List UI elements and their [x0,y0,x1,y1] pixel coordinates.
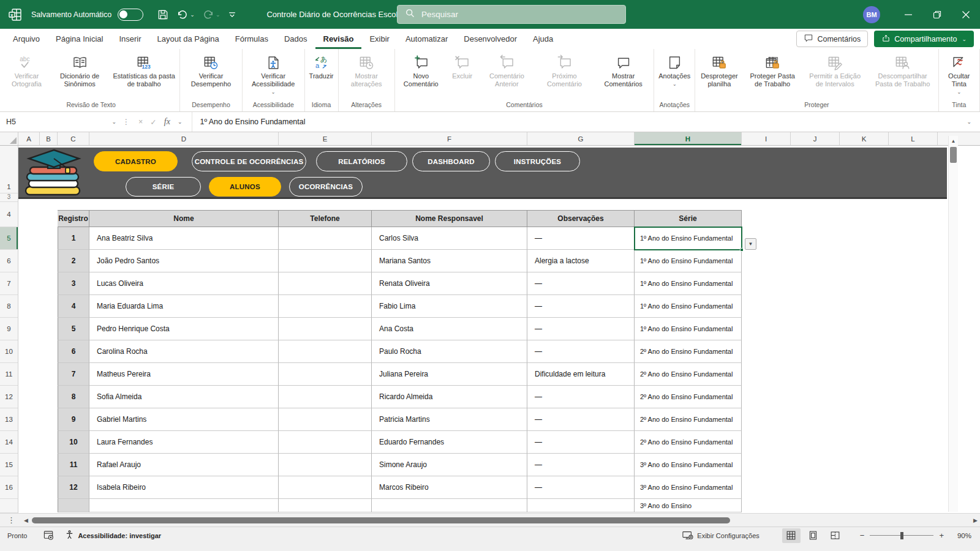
page-break-view-button[interactable] [826,528,845,543]
cell-telefone[interactable] [279,227,372,250]
scroll-left-icon[interactable]: ◀ [21,517,31,523]
cell-nome[interactable]: Matheus Pereira [89,363,279,386]
cell-serie[interactable]: 1º Ano do Ensino Fundamental [635,318,742,340]
row-header-1[interactable]: 1 [0,146,18,193]
cell-telefone[interactable] [279,272,372,295]
cell-responsavel[interactable]: Mariana Santos [372,250,527,272]
column-header-K[interactable]: K [840,132,889,145]
row-header-3[interactable]: 3 [0,193,18,202]
vertical-scrollbar-thumb[interactable] [950,147,957,163]
cell-nome[interactable]: Maria Eduarda Lima [89,295,279,318]
tab-layout-da-pagina[interactable]: Layout da Página [149,29,227,49]
search-box[interactable] [397,5,626,24]
cell-telefone[interactable] [279,386,372,408]
cell-serie[interactable]: 2º Ano do Ensino Fundamental [635,363,742,386]
cell-nome[interactable]: João Pedro Santos [89,250,279,272]
nav-button-relatorios[interactable]: RELATÓRIOS [316,151,407,171]
restore-button[interactable] [922,0,951,29]
cell-serie[interactable]: 2º Ano do Ensino Fundamental [635,386,742,408]
close-button[interactable] [951,0,980,29]
data-validation-dropdown-button[interactable]: ▼ [745,238,756,250]
insert-function-button[interactable]: fx [164,117,170,127]
tab-pagina-inicial[interactable]: Página Inicial [48,29,111,49]
cell-registro[interactable]: 3 [58,272,89,295]
undo-button[interactable]: ⌄ [174,7,197,23]
row-header-16[interactable]: 16 [0,476,18,499]
cell-registro[interactable]: 11 [58,454,89,476]
cell-observacoes[interactable]: — [527,272,635,295]
tab-desenvolvedor[interactable]: Desenvolvedor [456,29,525,49]
save-button[interactable] [154,7,172,23]
cell-nome[interactable]: Laura Fernandes [89,431,279,454]
cell-registro[interactable]: 6 [58,340,89,363]
cell-telefone[interactable] [279,408,372,431]
cell-telefone[interactable] [279,250,372,272]
column-header-G[interactable]: G [527,132,635,145]
cell-telefone[interactable] [279,340,372,363]
search-input[interactable] [421,10,605,19]
nav-button-controle-de-ocorrencias[interactable]: CONTROLE DE OCORRÊNCIAS [192,151,306,171]
cell-observacoes[interactable]: Alergia a lactose [527,250,635,272]
cell-responsavel[interactable]: Simone Araujo [372,454,527,476]
cell-serie[interactable]: 2º Ano do Ensino Fundamental [635,431,742,454]
nav-button-ocorrencias[interactable]: OCORRÊNCIAS [289,177,363,197]
macro-record-button[interactable] [43,530,55,541]
name-box[interactable]: H5 ⌄ [0,112,120,132]
cell-responsavel[interactable]: Fabio Lima [372,295,527,318]
cell-telefone[interactable] [279,454,372,476]
nav-button-dashboard[interactable]: DASHBOARD [412,151,490,171]
cell-serie[interactable]: 1º Ano do Ensino Fundamental [635,295,742,318]
zoom-level[interactable]: 90% [949,532,971,539]
dicionario-de-sinonimos-button[interactable]: Dicionário de Sinônimos [50,50,109,99]
cell-serie[interactable]: 1º Ano do Ensino Fundamental [635,272,742,295]
select-all-corner[interactable] [0,132,18,145]
scroll-right-icon[interactable]: ▶ [971,517,980,523]
cell-registro[interactable]: 9 [58,408,89,431]
cell-serie[interactable]: 3º Ano do Ensino Fundamental [635,454,742,476]
autosave-toggle[interactable] [118,9,143,21]
column-header-F[interactable]: F [372,132,527,145]
zoom-in-button[interactable]: + [939,531,944,540]
cell-nome[interactable]: Ana Beatriz Silva [89,227,279,250]
accessibility-status-button[interactable]: Acessibilidade: investigar [64,530,161,541]
tab-dados[interactable]: Dados [276,29,315,49]
row-header-13[interactable]: 13 [0,408,18,431]
cell-serie[interactable]: 1º Ano do Ensino Fundamental [635,250,742,272]
tab-formulas[interactable]: Fórmulas [227,29,276,49]
cell-responsavel[interactable]: Marcos Ribeiro [372,476,527,499]
cell-observacoes[interactable]: — [527,227,635,250]
user-avatar[interactable]: BM [863,6,880,23]
column-header-J[interactable]: J [791,132,840,145]
formula-input[interactable]: 1º Ano do Ensino Fundamental [192,112,958,132]
row-header-9[interactable]: 9 [0,318,18,340]
cell-serie[interactable]: 3º Ano do Ensino [635,499,742,512]
estatisticas-da-pasta-de-trabalho-button[interactable]: 123Estatísticas da pasta de trabalho [109,50,179,99]
comments-button[interactable]: Comentários [796,31,868,47]
cell-observacoes[interactable]: Dificuldade em leitura [527,363,635,386]
zoom-slider[interactable] [870,531,933,540]
vertical-scrollbar[interactable]: ▲ [948,136,958,512]
nav-button-serie[interactable]: SÉRIE [126,177,201,197]
column-header-I[interactable]: I [742,132,791,145]
cell-serie[interactable]: 2º Ano do Ensino Fundamental [635,408,742,431]
cell-nome[interactable]: Lucas Oliveira [89,272,279,295]
cell-telefone[interactable] [279,318,372,340]
cell-registro[interactable] [58,499,89,512]
tab-arquivo[interactable]: Arquivo [5,29,48,49]
cell-responsavel[interactable]: Eduardo Fernandes [372,431,527,454]
cell-nome[interactable]: Rafael Araujo [89,454,279,476]
row-header-11[interactable]: 11 [0,363,18,386]
row-header-6[interactable]: 6 [0,250,18,272]
column-header-C[interactable]: C [58,132,89,145]
cell-observacoes[interactable]: — [527,386,635,408]
cell-nome[interactable] [89,499,279,512]
cell-observacoes[interactable]: — [527,340,635,363]
nav-button-cadastro[interactable]: CADASTRO [94,151,178,171]
column-header-L[interactable]: L [889,132,938,145]
nav-button-alunos[interactable]: ALUNOS [209,177,281,197]
cell-telefone[interactable] [279,295,372,318]
display-settings-button[interactable]: Exibir Configurações [682,530,760,542]
ocultar-tinta-button[interactable]: Ocultar Tinta⌄ [940,50,979,99]
undo-dropdown-icon[interactable]: ⌄ [190,12,195,18]
cell-responsavel[interactable]: Renata Oliveira [372,272,527,295]
